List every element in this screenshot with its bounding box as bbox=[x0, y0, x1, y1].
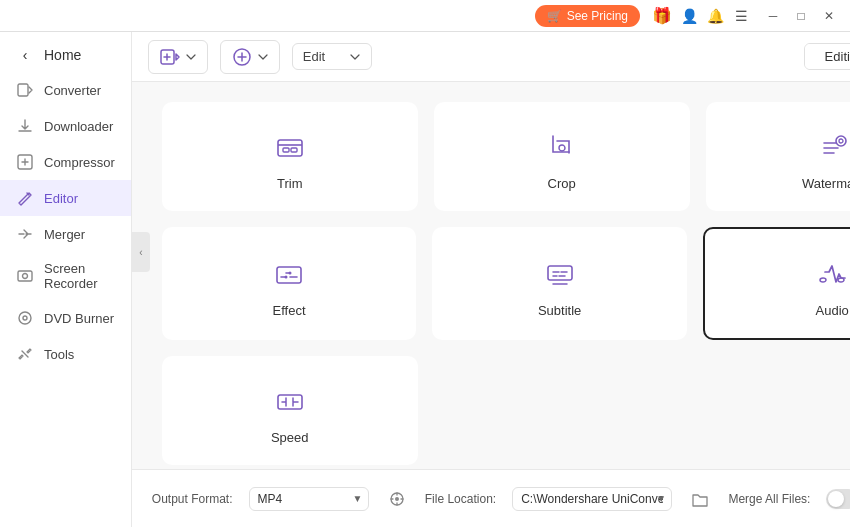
svg-point-4 bbox=[19, 312, 31, 324]
sidebar-item-dvd-burner[interactable]: DVD Burner bbox=[0, 300, 131, 336]
editor-icon bbox=[16, 189, 34, 207]
merge-toggle[interactable] bbox=[826, 489, 850, 509]
trim-icon bbox=[272, 130, 308, 166]
svg-rect-8 bbox=[278, 140, 302, 156]
svg-rect-17 bbox=[548, 266, 572, 280]
grid-row-1: Trim Crop bbox=[162, 102, 850, 211]
svg-rect-0 bbox=[18, 84, 28, 96]
svg-point-13 bbox=[839, 139, 843, 143]
crop-icon bbox=[544, 130, 580, 166]
gift-icon[interactable]: 🎁 bbox=[652, 6, 672, 25]
user-icon[interactable]: 👤 bbox=[680, 7, 698, 25]
speed-label: Speed bbox=[271, 430, 309, 445]
watermark-icon bbox=[816, 130, 850, 166]
chevron-left-icon: ‹ bbox=[16, 46, 34, 64]
sidebar-item-downloader[interactable]: Downloader bbox=[0, 108, 131, 144]
compressor-icon bbox=[16, 153, 34, 171]
effect-label: Effect bbox=[273, 303, 306, 318]
svg-rect-2 bbox=[18, 271, 32, 281]
crop-label: Crop bbox=[548, 176, 576, 191]
title-bar-icons: 🎁 👤 🔔 ☰ bbox=[652, 6, 750, 25]
svg-point-18 bbox=[820, 278, 826, 282]
svg-point-11 bbox=[559, 145, 565, 151]
maximize-button[interactable]: □ bbox=[788, 3, 814, 29]
svg-rect-10 bbox=[291, 148, 297, 152]
audio-label: Audio bbox=[816, 303, 849, 318]
file-location-label: File Location: bbox=[425, 492, 496, 506]
svg-rect-9 bbox=[283, 148, 289, 152]
sidebar-item-compressor[interactable]: Compressor bbox=[0, 144, 131, 180]
file-location-wrapper[interactable]: C:\Wondershare UniConverter 1 ▼ bbox=[512, 487, 672, 511]
trim-card[interactable]: Trim bbox=[162, 102, 418, 211]
merge-toggle-knob bbox=[828, 491, 844, 507]
sidebar-item-home[interactable]: ‹ Home bbox=[0, 38, 131, 72]
output-format-settings-icon[interactable] bbox=[385, 485, 409, 513]
svg-point-16 bbox=[289, 272, 292, 275]
watermark-label: Watermark bbox=[802, 176, 850, 191]
grid-row-2: Effect Subtitle bbox=[162, 227, 850, 340]
crop-card[interactable]: Crop bbox=[434, 102, 690, 211]
output-format-select[interactable]: MP4 MOV AVI MKV bbox=[249, 487, 369, 511]
converter-icon bbox=[16, 81, 34, 99]
sidebar-item-screen-recorder[interactable]: Screen Recorder bbox=[0, 252, 131, 300]
svg-point-22 bbox=[395, 497, 399, 501]
output-format-wrapper[interactable]: MP4 MOV AVI MKV ▼ bbox=[249, 487, 369, 511]
subtitle-label: Subtitle bbox=[538, 303, 581, 318]
grid-row-3: Speed bbox=[162, 356, 850, 465]
bottom-bar: Output Format: MP4 MOV AVI MKV ▼ File Lo… bbox=[132, 469, 850, 527]
audio-card[interactable]: Audio bbox=[703, 227, 850, 340]
screen-recorder-icon bbox=[16, 267, 34, 285]
menu-icon[interactable]: ☰ bbox=[732, 7, 750, 25]
edit-dropdown[interactable]: Edit bbox=[292, 43, 372, 70]
output-format-label: Output Format: bbox=[152, 492, 233, 506]
content-area: Edit Editing Finished bbox=[132, 32, 850, 527]
sidebar-item-converter[interactable]: Converter bbox=[0, 72, 131, 108]
add-video-button[interactable] bbox=[148, 40, 208, 74]
file-location-select[interactable]: C:\Wondershare UniConverter 1 bbox=[512, 487, 672, 511]
svg-point-3 bbox=[23, 274, 28, 279]
file-location-folder-icon[interactable] bbox=[688, 485, 712, 513]
merger-icon bbox=[16, 225, 34, 243]
watermark-card[interactable]: Watermark bbox=[706, 102, 850, 211]
svg-point-19 bbox=[838, 278, 844, 282]
merge-all-files-label: Merge All Files: bbox=[728, 492, 810, 506]
bell-icon[interactable]: 🔔 bbox=[706, 7, 724, 25]
grid-area: Trim Crop bbox=[132, 82, 850, 469]
effect-card[interactable]: Effect bbox=[162, 227, 417, 340]
tools-icon bbox=[16, 345, 34, 363]
title-bar: 🛒 See Pricing 🎁 👤 🔔 ☰ ─ □ ✕ bbox=[0, 0, 850, 32]
sidebar: ‹ Home Converter Downloader bbox=[0, 32, 132, 527]
cart-icon: 🛒 bbox=[547, 9, 562, 23]
subtitle-icon bbox=[542, 257, 578, 293]
speed-icon bbox=[272, 384, 308, 420]
empty-card-1 bbox=[434, 356, 690, 465]
add-media-button[interactable] bbox=[220, 40, 280, 74]
trim-label: Trim bbox=[277, 176, 303, 191]
audio-icon bbox=[814, 257, 850, 293]
svg-point-15 bbox=[285, 276, 288, 279]
tab-editing[interactable]: Editing bbox=[805, 44, 850, 69]
downloader-icon bbox=[16, 117, 34, 135]
toolbar: Edit Editing Finished bbox=[132, 32, 850, 82]
effect-icon bbox=[271, 257, 307, 293]
minimize-button[interactable]: ─ bbox=[760, 3, 786, 29]
dvd-burner-icon bbox=[16, 309, 34, 327]
sidebar-item-merger[interactable]: Merger bbox=[0, 216, 131, 252]
svg-point-12 bbox=[836, 136, 846, 146]
sidebar-item-editor[interactable]: Editor bbox=[0, 180, 131, 216]
sidebar-item-tools[interactable]: Tools bbox=[0, 336, 131, 372]
see-pricing-button[interactable]: 🛒 See Pricing bbox=[535, 5, 640, 27]
speed-card[interactable]: Speed bbox=[162, 356, 418, 465]
subtitle-card[interactable]: Subtitle bbox=[432, 227, 687, 340]
sidebar-collapse-button[interactable]: ‹ bbox=[132, 232, 150, 272]
main-layout: ‹ Home Converter Downloader bbox=[0, 32, 850, 527]
tab-group: Editing Finished bbox=[804, 43, 850, 70]
close-button[interactable]: ✕ bbox=[816, 3, 842, 29]
svg-point-5 bbox=[23, 316, 27, 320]
empty-card-2 bbox=[706, 356, 850, 465]
svg-rect-14 bbox=[277, 267, 301, 283]
